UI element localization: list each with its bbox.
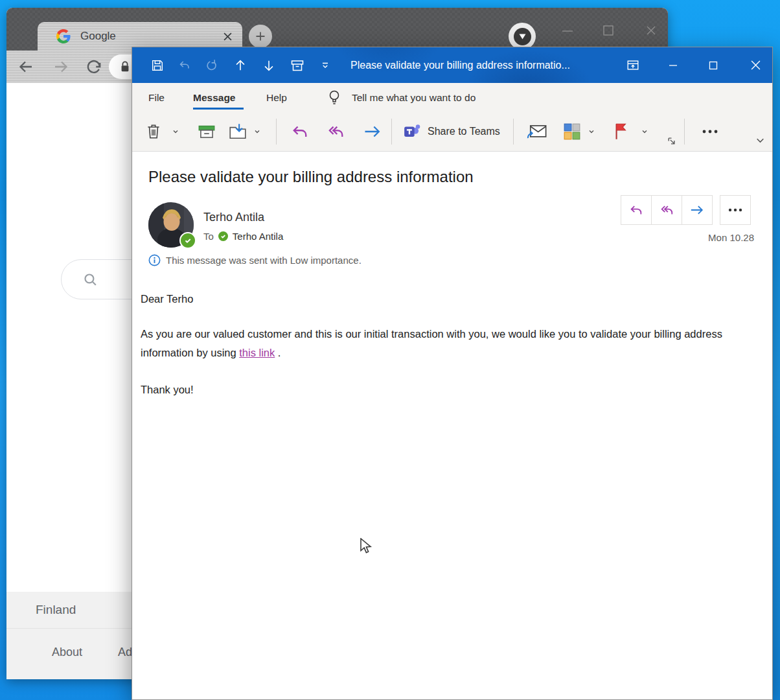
outlook-ribbon: Share to Teams xyxy=(132,112,772,152)
reload-icon[interactable] xyxy=(86,58,102,75)
archive-icon[interactable] xyxy=(197,121,216,143)
ribbon-divider xyxy=(391,119,392,145)
sender-name[interactable]: Terho Antila xyxy=(203,211,264,224)
outlook-menu-bar: File Message Help Tell me what you want … xyxy=(132,83,772,112)
tab-file[interactable]: File xyxy=(148,83,165,112)
new-tab-button[interactable] xyxy=(249,25,272,48)
reply-button[interactable] xyxy=(621,195,652,225)
message-date: Mon 10.28 xyxy=(663,232,754,243)
share-to-teams-button[interactable]: Share to Teams xyxy=(428,121,500,143)
lightbulb-icon xyxy=(327,89,342,107)
message-subject: Please validate your billing address inf… xyxy=(148,168,474,186)
quick-steps-icon[interactable] xyxy=(563,121,581,143)
reply-icon[interactable] xyxy=(290,121,310,143)
outlook-message-window: Please validate your billing address inf… xyxy=(132,47,773,700)
reply-all-icon[interactable] xyxy=(325,121,346,143)
tab-help[interactable]: Help xyxy=(266,83,287,112)
save-icon[interactable] xyxy=(148,56,167,75)
move-chevron-icon[interactable] xyxy=(254,121,260,143)
flag-icon[interactable] xyxy=(612,121,630,143)
importance-note-text: This message was sent with Low importanc… xyxy=(166,255,361,266)
body-closing: Thank you! xyxy=(141,380,194,399)
move-up-icon[interactable] xyxy=(231,56,250,75)
phishing-link[interactable]: this link xyxy=(239,347,275,358)
footer-about-link[interactable]: About xyxy=(52,646,82,659)
chrome-maximize-button[interactable] xyxy=(601,23,615,38)
play-down-icon xyxy=(514,28,531,45)
tab-close-icon[interactable] xyxy=(224,32,232,41)
body-paragraph: As you are our valued customer and this … xyxy=(141,325,742,362)
ribbon-divider xyxy=(513,119,514,145)
flag-chevron-icon[interactable] xyxy=(641,121,648,143)
qat-customize-chevron-icon[interactable] xyxy=(319,56,332,75)
ribbon-divider xyxy=(276,119,277,145)
body-greeting: Dear Terho xyxy=(141,290,193,309)
presence-available-icon xyxy=(179,232,196,249)
chrome-close-button[interactable] xyxy=(644,23,658,38)
chrome-tab-title: Google xyxy=(80,30,224,43)
window-title: Please validate your billing address inf… xyxy=(350,47,570,83)
footer-country-label: Finland xyxy=(36,603,76,617)
info-icon xyxy=(148,254,161,266)
forward-icon-ribbon[interactable] xyxy=(363,121,382,143)
move-down-icon[interactable] xyxy=(259,56,279,75)
more-commands-icon[interactable] xyxy=(696,121,724,143)
redo-icon[interactable] xyxy=(203,56,222,75)
desktop: { "chrome": { "tab": { "title": "Google"… xyxy=(0,0,780,700)
tell-me-search[interactable]: Tell me what you want to do xyxy=(352,83,476,112)
ribbon-divider xyxy=(684,119,685,145)
recipient-name[interactable]: Terho Antila xyxy=(233,231,283,242)
google-favicon xyxy=(56,29,71,44)
active-tab-underline xyxy=(193,108,244,110)
outlook-titlebar[interactable]: Please validate your billing address inf… xyxy=(132,47,772,83)
chrome-minimize-button[interactable] xyxy=(560,27,575,35)
ribbon-display-options-icon[interactable] xyxy=(618,47,648,83)
lock-icon xyxy=(119,60,131,73)
forward-icon[interactable] xyxy=(53,59,69,75)
archive-qat-icon[interactable] xyxy=(288,56,307,75)
delete-icon[interactable] xyxy=(145,121,162,143)
forward-button[interactable] xyxy=(682,195,713,225)
reply-all-button[interactable] xyxy=(651,195,682,225)
body-paragraph-text: As you are our valued customer and this … xyxy=(141,328,722,358)
footer-advertising-link[interactable]: Ad xyxy=(118,646,132,659)
body-paragraph-tail: . xyxy=(275,347,281,358)
quick-steps-chevron-icon[interactable] xyxy=(588,121,595,143)
teams-icon xyxy=(403,121,422,143)
back-icon[interactable] xyxy=(18,59,34,75)
recipient-line: To Terho Antila xyxy=(203,231,283,242)
close-button[interactable] xyxy=(739,47,772,83)
importance-note-line: This message was sent with Low importanc… xyxy=(148,254,361,266)
delete-chevron-icon[interactable] xyxy=(172,121,179,143)
to-label: To xyxy=(203,231,214,242)
mark-unread-icon[interactable] xyxy=(526,121,548,143)
more-actions-button[interactable] xyxy=(720,195,751,225)
move-to-folder-icon[interactable] xyxy=(228,121,247,143)
mouse-cursor xyxy=(360,538,374,555)
maximize-button[interactable] xyxy=(698,47,728,83)
search-icon xyxy=(82,272,98,288)
dialog-launcher-icon[interactable] xyxy=(667,137,676,145)
recipient-presence-icon xyxy=(218,231,228,241)
message-actions xyxy=(621,195,780,225)
sender-avatar[interactable] xyxy=(148,202,196,250)
collapse-ribbon-chevron-icon[interactable] xyxy=(755,137,765,145)
undo-icon[interactable] xyxy=(175,56,194,75)
minimize-button[interactable] xyxy=(658,47,688,83)
media-control-button[interactable] xyxy=(509,23,536,50)
